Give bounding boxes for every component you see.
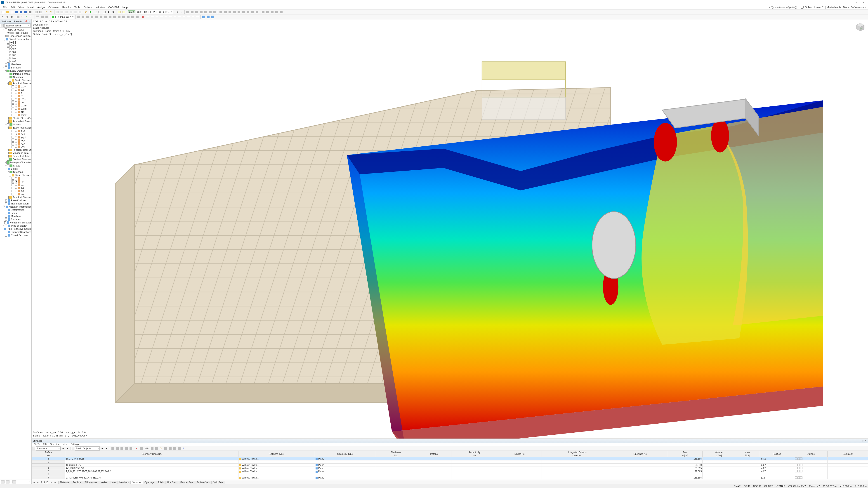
tree-node[interactable]: −Basic Total Strains (0, 126, 31, 129)
tree-node[interactable]: σy (0, 180, 31, 183)
tree-node[interactable]: +Isotropic Characteristics (0, 161, 31, 164)
tree-node[interactable]: −Basic Stresses (0, 173, 31, 177)
tree-node[interactable]: |u| (0, 41, 31, 44)
search-input[interactable] (771, 6, 798, 8)
table-row[interactable]: 2 (32, 460, 868, 464)
draw-icon[interactable] (126, 15, 130, 19)
status-toggle[interactable]: GRID (744, 485, 750, 488)
tree-node[interactable]: +Internal Forces (0, 72, 31, 75)
tree-node[interactable]: τxy (0, 193, 31, 196)
tree-node[interactable]: σ2,− (0, 98, 31, 101)
page-next-icon[interactable]: ▸ (50, 481, 53, 484)
disp-icon[interactable] (204, 10, 208, 14)
tree-node[interactable]: +Type of display (0, 224, 31, 227)
pt-icon[interactable] (115, 447, 119, 451)
calc-params-icon[interactable] (117, 10, 121, 14)
nav-mode-combo[interactable]: Static Analysis (4, 24, 31, 28)
panel-menu-selection[interactable]: Selection (49, 443, 61, 446)
draw-icon[interactable] (135, 15, 139, 19)
tree-node[interactable]: +Principal Stresses (0, 196, 31, 199)
tree-node[interactable]: +Elastic Stress Components (0, 117, 31, 120)
tree-node[interactable]: −Principal Stresses (0, 82, 31, 85)
maximize-button[interactable]: ▭ (852, 0, 860, 5)
draw-icon[interactable] (108, 15, 112, 19)
tree-node[interactable]: +Shape (0, 164, 31, 167)
disp-icon[interactable] (228, 10, 232, 14)
status-toggle[interactable]: GLINES (764, 485, 773, 488)
draw-icon[interactable] (131, 15, 135, 19)
keyword-search[interactable]: ▸ (769, 6, 798, 8)
line-icon[interactable] (159, 15, 163, 19)
menu-cad-bim[interactable]: CAD-BIM (107, 5, 120, 9)
table-tab-thicknesses[interactable]: Thicknesses (83, 481, 99, 484)
page-prev-icon[interactable]: ◂ (36, 481, 39, 484)
cs-combo[interactable]: 1 - Global XYZ (51, 15, 74, 19)
line-icon[interactable] (191, 15, 195, 19)
table-tab-surfaces[interactable]: Surfaces (130, 481, 143, 484)
prev-lc-icon[interactable]: ◂ (175, 10, 179, 14)
draw-icon[interactable] (94, 15, 98, 19)
draw-icon[interactable] (117, 15, 121, 19)
pt-next-icon[interactable]: ▸ (66, 447, 70, 451)
pt-prev-icon[interactable]: ◂ (61, 447, 65, 451)
panel-struct-combo[interactable]: Structure (36, 447, 61, 451)
paste-icon[interactable] (39, 10, 43, 14)
model-viewport[interactable]: CO2 : LC1 + LC2 + LC3 + LC4Loads [kN/m²]… (32, 20, 868, 438)
tree-node[interactable]: uY (0, 47, 31, 50)
menu-insert[interactable]: Insert (26, 5, 35, 9)
panel-close-icon[interactable]: ✕ (864, 440, 867, 442)
panel-menu-view[interactable]: View (61, 443, 69, 446)
pt-icon[interactable] (129, 447, 133, 451)
rot-icon[interactable]: ⟲ (10, 15, 14, 19)
tree-node[interactable]: τmax (0, 113, 31, 117)
move-icon[interactable]: ✥ (5, 15, 9, 19)
tree-node[interactable]: −Stresses (0, 75, 31, 78)
tree-node[interactable]: τyz (0, 186, 31, 189)
table-tab-solidsets[interactable]: Solid Sets (211, 481, 225, 484)
surf-icon[interactable] (211, 15, 215, 19)
tree-node[interactable]: −Global Deformations (0, 37, 31, 41)
tree-node[interactable]: Values on Surfaces (0, 221, 31, 224)
nav-pin-icon[interactable]: 📌 (25, 20, 27, 23)
disp-icon[interactable] (246, 10, 250, 14)
status-toggle[interactable]: SNAP (734, 485, 741, 488)
view6-icon[interactable] (78, 10, 82, 14)
pt-icon[interactable] (111, 447, 115, 451)
view-cube[interactable]: -Y (855, 22, 865, 32)
table-row[interactable]: 6 (32, 473, 868, 476)
tree-node[interactable]: σ2,+ (0, 88, 31, 91)
line-icon[interactable] (150, 15, 154, 19)
tree-node[interactable]: Final Results (0, 31, 31, 34)
disp-icon[interactable] (219, 10, 223, 14)
save-icon[interactable] (14, 10, 19, 14)
nav-foot-icon[interactable] (12, 480, 16, 484)
table-tab-members[interactable]: Members (118, 481, 131, 484)
tree-node[interactable]: φY (0, 57, 31, 60)
table-row[interactable]: 44-9,268,37-58,270Without Thickn…Plane69… (32, 467, 868, 470)
disp-icon[interactable] (213, 10, 217, 14)
tree-node[interactable]: σ2,m (0, 107, 31, 110)
line-icon[interactable] (168, 15, 173, 19)
disp-icon[interactable] (237, 10, 241, 14)
tree-node[interactable]: −Surfaces (0, 66, 31, 69)
tree-node[interactable]: σ1,− (0, 94, 31, 98)
disp-icon[interactable] (186, 10, 190, 14)
grid-icon[interactable] (36, 15, 40, 19)
new-icon[interactable] (1, 10, 5, 14)
nav-close-icon[interactable]: ✕ (28, 20, 31, 23)
tree-node[interactable]: εy,− (0, 142, 31, 145)
panel-obj-combo[interactable]: Basic Objects (75, 447, 100, 451)
snap-icon[interactable] (40, 15, 44, 19)
line-icon[interactable] (182, 15, 186, 19)
tree-node[interactable]: +Equivalent Total Strains (0, 155, 31, 158)
table-tab-linesets[interactable]: Line Sets (165, 481, 178, 484)
draw-icon[interactable] (99, 15, 103, 19)
disp-icon[interactable] (195, 10, 199, 14)
tree-node[interactable]: σx (0, 177, 31, 180)
tree-node[interactable]: Ribs - Effective Contribution on Surface… (0, 227, 31, 230)
tree-node[interactable]: γxy,+ (0, 135, 31, 139)
line-icon[interactable] (173, 15, 177, 19)
nav-foot-arrow-icon[interactable]: ↗ (29, 480, 31, 483)
disp-icon[interactable] (255, 10, 259, 14)
loadcase-combo[interactable]: CO2 LC1 + LC2 + LC3 + LC4 (136, 10, 173, 14)
